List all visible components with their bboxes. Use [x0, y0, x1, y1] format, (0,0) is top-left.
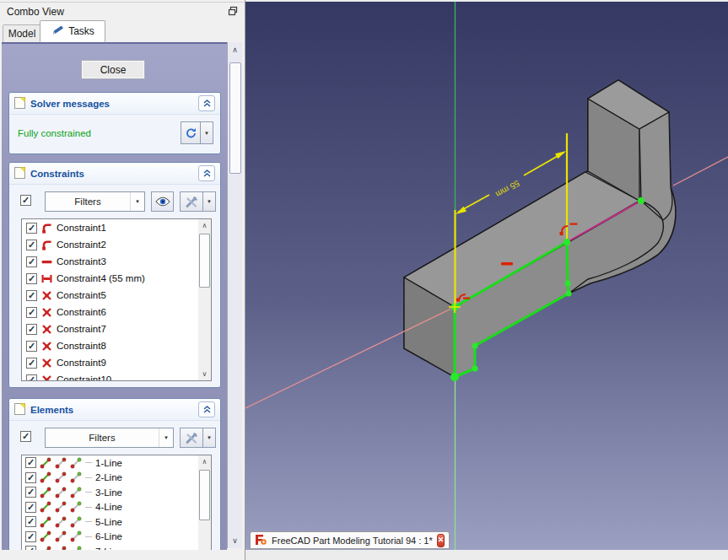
collapse-solver-button[interactable]: [198, 95, 215, 111]
solver-status: Fully constrained: [18, 128, 91, 138]
viewport-canvas: 55 mm: [245, 2, 728, 550]
note-icon: [14, 96, 25, 110]
pencil-icon: [51, 24, 65, 38]
coincident-constraint-icon: [41, 374, 52, 382]
refresh-button[interactable]: [181, 121, 201, 144]
row-checkbox[interactable]: ✓: [26, 256, 37, 267]
row-checkbox[interactable]: ✓: [25, 472, 36, 483]
tower-right-face[interactable]: [639, 112, 672, 220]
close-button[interactable]: Close: [81, 60, 145, 79]
start-vertex-icon: [55, 457, 67, 469]
constraint-row[interactable]: ✓Constraint10: [22, 371, 211, 381]
edge-icon: [40, 516, 51, 528]
constraint-row[interactable]: ✓Constraint8: [22, 337, 211, 354]
document-close-button[interactable]: ✕: [437, 534, 445, 547]
refresh-dropdown-button[interactable]: ▼: [201, 121, 213, 144]
element-row[interactable]: ✓5-Line: [22, 514, 211, 530]
constraint-row[interactable]: ✓Constraint9: [22, 354, 211, 371]
constraints-filter-combo[interactable]: Filters ▼: [45, 191, 145, 212]
panel-titlebar: Combo View: [0, 2, 245, 20]
panel-tabs: Model Tasks: [0, 20, 245, 42]
row-checkbox[interactable]: ✓: [26, 324, 37, 335]
constraints-header[interactable]: Constraints: [9, 163, 220, 185]
row-checkbox[interactable]: ✓: [25, 457, 36, 468]
elements-settings-button[interactable]: [180, 428, 203, 448]
row-checkbox[interactable]: ✓: [25, 516, 36, 527]
tab-tasks[interactable]: Tasks: [40, 20, 105, 42]
coincident-constraint-icon: [41, 307, 52, 318]
horizontal-constraint-icon: [41, 256, 52, 267]
start-vertex-icon: [55, 516, 67, 528]
element-label: 5-Line: [95, 517, 122, 527]
end-vertex-icon: [70, 501, 82, 513]
row-checkbox[interactable]: ✓: [26, 341, 37, 352]
float-window-icon[interactable]: [228, 6, 238, 18]
constraint-row[interactable]: ✓Constraint4 (55 mm): [22, 270, 211, 287]
element-row[interactable]: ✓7-Line: [22, 544, 211, 550]
edge-icon: [40, 501, 51, 513]
start-vertex-icon: [55, 471, 67, 483]
panel-title: Combo View: [7, 6, 228, 18]
note-icon: [14, 166, 25, 180]
edge-icon: [40, 546, 51, 550]
constraints-settings-dropdown[interactable]: ▼: [203, 191, 216, 212]
constraint-label: Constraint3: [57, 256, 106, 267]
elements-list[interactable]: ✓1-Line✓2-Line✓3-Line✓4-Line✓5-Line✓6-Li…: [21, 455, 212, 550]
collapse-constraints-button[interactable]: [198, 165, 215, 181]
show-hide-eye-button[interactable]: [151, 191, 174, 212]
tree-branch-line: [85, 521, 92, 522]
element-row[interactable]: ✓1-Line: [22, 455, 211, 471]
constraints-list[interactable]: ✓Constraint1✓Constraint2✓Constraint3✓Con…: [21, 218, 212, 381]
row-checkbox[interactable]: ✓: [25, 546, 36, 550]
document-tab[interactable]: FreeCAD Part Modeling Tutorial 94 : 1* ✕: [250, 531, 450, 549]
tasks-panel-content: Close Solver messages Fully constrained: [2, 42, 227, 550]
constraints-master-checkbox[interactable]: ✓: [20, 195, 31, 206]
element-row[interactable]: ✓3-Line: [22, 485, 211, 500]
end-vertex-icon: [70, 487, 82, 498]
constraint-label: Constraint5: [57, 290, 106, 300]
constraint-row[interactable]: ✓Constraint6: [22, 304, 211, 320]
elements-filter-combo[interactable]: Filters ▼: [45, 428, 174, 448]
chevron-down-icon: ▼: [130, 192, 144, 211]
end-vertex-icon: [70, 471, 82, 483]
eye-icon: [155, 197, 170, 207]
element-row[interactable]: ✓6-Line: [22, 530, 211, 545]
row-checkbox[interactable]: ✓: [26, 307, 37, 318]
elements-settings-dropdown[interactable]: ▼: [203, 428, 216, 448]
row-checkbox[interactable]: ✓: [26, 374, 37, 382]
constraint-label: Constraint10: [57, 374, 111, 381]
row-checkbox[interactable]: ✓: [25, 487, 36, 498]
collapse-elements-button[interactable]: [198, 401, 215, 417]
tools-icon: [185, 432, 198, 444]
row-checkbox[interactable]: ✓: [25, 531, 36, 542]
constraint-row[interactable]: ✓Constraint7: [22, 320, 211, 337]
edge-icon: [40, 471, 51, 483]
constraint-row[interactable]: ✓Constraint3: [22, 253, 211, 270]
row-checkbox[interactable]: ✓: [26, 273, 37, 284]
3d-viewport[interactable]: 55 mm: [245, 2, 728, 550]
constraint-row[interactable]: ✓Constraint5: [22, 287, 211, 304]
row-checkbox[interactable]: ✓: [26, 240, 37, 250]
element-label: 1-Line: [95, 458, 122, 468]
constraints-scrollbar[interactable]: ∧ ∨: [198, 219, 211, 380]
elements-header[interactable]: Elements: [9, 399, 220, 421]
edge-icon: [40, 530, 51, 542]
solver-messages-header[interactable]: Solver messages: [9, 93, 220, 115]
element-row[interactable]: ✓2-Line: [22, 471, 211, 486]
row-checkbox[interactable]: ✓: [26, 358, 37, 369]
element-row[interactable]: ✓4-Line: [22, 500, 211, 515]
constraint-row[interactable]: ✓Constraint2: [22, 236, 211, 253]
row-checkbox[interactable]: ✓: [26, 290, 37, 301]
constraint-label: Constraint8: [57, 341, 106, 351]
row-checkbox[interactable]: ✓: [25, 502, 36, 513]
constraint-row[interactable]: ✓Constraint1: [22, 219, 211, 236]
freecad-logo-icon: [255, 534, 267, 547]
tasks-panel-scrollbar[interactable]: ∧ ∨: [227, 42, 242, 548]
element-label: 3-Line: [95, 487, 122, 498]
scrollbar-thumb[interactable]: [229, 62, 241, 174]
elements-scrollbar[interactable]: ∧: [198, 455, 211, 550]
elements-master-checkbox[interactable]: ✓: [20, 431, 31, 442]
row-checkbox[interactable]: ✓: [26, 223, 37, 234]
constraints-settings-button[interactable]: [180, 191, 203, 212]
tab-model[interactable]: Model: [3, 24, 41, 42]
